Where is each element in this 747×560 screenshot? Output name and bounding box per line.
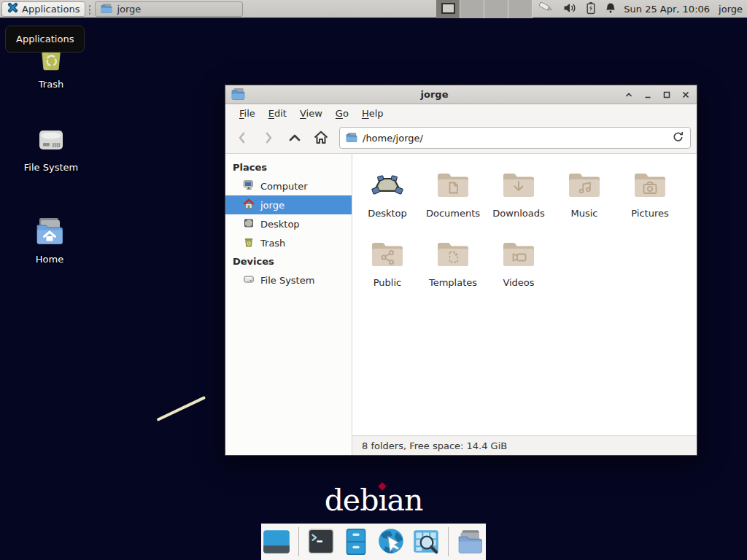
menu-view[interactable]: View: [293, 106, 329, 121]
close-button[interactable]: [681, 90, 691, 100]
sidebar-header-places: Places: [225, 158, 352, 176]
battery-charging-icon[interactable]: [586, 1, 596, 17]
folder-item-documents[interactable]: Documents: [420, 160, 486, 229]
top-panel: Applications jorge: [0, 0, 747, 18]
desktop-icon-file-system[interactable]: File System: [16, 122, 86, 173]
debian-logo: debıan: [0, 483, 747, 518]
system-tray: [538, 1, 616, 17]
folder-item-music[interactable]: Music: [551, 160, 617, 229]
applications-menu-button[interactable]: Applications: [1, 1, 85, 17]
path-input[interactable]: /home/jorge/: [363, 133, 667, 144]
documents-folder-icon: [436, 166, 471, 203]
folder-item-desktop[interactable]: Desktop: [355, 160, 420, 229]
notifications-bell-icon[interactable]: [605, 2, 616, 16]
sidebar-item-jorge[interactable]: jorge: [225, 195, 352, 214]
path-bar[interactable]: /home/jorge/: [339, 127, 691, 149]
toolbar: /home/jorge/: [225, 122, 697, 154]
show-desktop-icon[interactable]: [261, 526, 292, 558]
hard-disk-icon: [34, 149, 69, 160]
menubar: File Edit View Go Help: [225, 104, 697, 122]
desktop-icon-home[interactable]: Home: [15, 214, 85, 265]
folder-label: Public: [374, 277, 401, 288]
workspace-switcher[interactable]: [436, 0, 533, 18]
home-icon: [243, 198, 255, 212]
stylus-icon[interactable]: [538, 1, 554, 16]
terminal-icon[interactable]: [306, 526, 336, 558]
home-button[interactable]: [310, 127, 332, 149]
menu-edit[interactable]: Edit: [262, 106, 293, 121]
shade-button[interactable]: [624, 90, 634, 100]
workspace-3[interactable]: [484, 0, 508, 18]
minimize-button[interactable]: [643, 90, 653, 100]
folder-label: Videos: [503, 277, 534, 288]
workspace-4[interactable]: [508, 0, 533, 18]
statusbar: 8 folders, Free space: 14.4 GiB: [352, 435, 697, 455]
window-title: jorge: [245, 89, 624, 100]
window-content: Places Computer: [225, 154, 697, 455]
sidebar-item-label: Desktop: [260, 219, 300, 230]
applications-tooltip: Applications: [5, 26, 85, 52]
sidebar-item-label: File System: [260, 275, 314, 286]
sidebar-item-computer[interactable]: Computer: [225, 176, 352, 195]
up-button[interactable]: [284, 127, 306, 149]
desktop-icon-label: File System: [16, 162, 86, 173]
xfce-applications-icon: [7, 2, 18, 15]
sidebar-item-trash[interactable]: Trash: [225, 233, 352, 252]
desktop-pad-icon: [370, 166, 405, 203]
window-folder-icon: [231, 88, 245, 102]
sidebar-item-file-system[interactable]: File System: [225, 271, 352, 289]
session-user-label[interactable]: jorge: [719, 4, 743, 15]
desktop-icon-label: Trash: [16, 79, 86, 90]
titlebar[interactable]: jorge: [225, 85, 697, 104]
workspace-1[interactable]: [436, 0, 460, 18]
computer-icon: [243, 179, 255, 193]
videos-folder-icon: [501, 236, 536, 273]
folder-label: Templates: [429, 277, 477, 288]
statusbar-text: 8 folders, Free space: 14.4 GiB: [362, 440, 507, 451]
file-cabinet-icon[interactable]: [341, 526, 371, 558]
folder-item-downloads[interactable]: Downloads: [486, 160, 551, 229]
desktop-icon: [243, 217, 255, 231]
tasklist-handle[interactable]: [87, 4, 93, 15]
trash-small-icon: [243, 236, 255, 250]
desktop-icon-label: Home: [15, 254, 85, 265]
folder-label: Documents: [426, 208, 480, 219]
dock-separator: [298, 527, 299, 556]
folder-item-pictures[interactable]: Pictures: [617, 160, 683, 229]
back-button[interactable]: [231, 127, 253, 149]
workspace-2[interactable]: [460, 0, 484, 18]
clock[interactable]: Sun 25 Apr, 10:06: [624, 4, 710, 15]
folder-label: Downloads: [492, 208, 544, 219]
file-view[interactable]: Desktop Documents: [352, 154, 697, 455]
folder-item-videos[interactable]: Videos: [486, 229, 551, 298]
menu-help[interactable]: Help: [355, 106, 390, 121]
music-folder-icon: [567, 166, 602, 203]
applications-menu-label: Applications: [22, 4, 80, 15]
forward-button[interactable]: [258, 127, 279, 149]
folder-item-public[interactable]: Public: [355, 229, 420, 298]
mouse-cursor: [156, 396, 205, 421]
menu-file[interactable]: File: [233, 106, 262, 121]
home-folder-icon: [32, 241, 67, 252]
dock-panel: [261, 524, 486, 560]
path-folder-icon: [346, 132, 357, 144]
maximize-button[interactable]: [662, 90, 672, 100]
sidebar: Places Computer: [225, 154, 352, 455]
web-browser-icon[interactable]: [376, 526, 406, 558]
folder-label: Music: [571, 208, 598, 219]
sidebar-item-desktop[interactable]: Desktop: [225, 214, 352, 233]
taskbar-window-label: jorge: [117, 4, 141, 15]
taskbar-window-button[interactable]: jorge: [95, 1, 243, 17]
reload-icon[interactable]: [672, 131, 684, 145]
app-finder-icon[interactable]: [411, 526, 441, 558]
debian-wordmark: debıan: [325, 483, 423, 518]
pictures-folder-icon: [632, 166, 667, 203]
public-folder-icon: [370, 236, 405, 273]
drive-icon: [243, 273, 255, 287]
menu-go[interactable]: Go: [329, 106, 355, 121]
file-grid: Desktop Documents: [352, 154, 697, 435]
folder-item-templates[interactable]: Templates: [420, 229, 486, 298]
folder-dock-icon[interactable]: [455, 526, 486, 558]
volume-icon[interactable]: [563, 2, 577, 16]
trash-icon: [34, 66, 69, 77]
